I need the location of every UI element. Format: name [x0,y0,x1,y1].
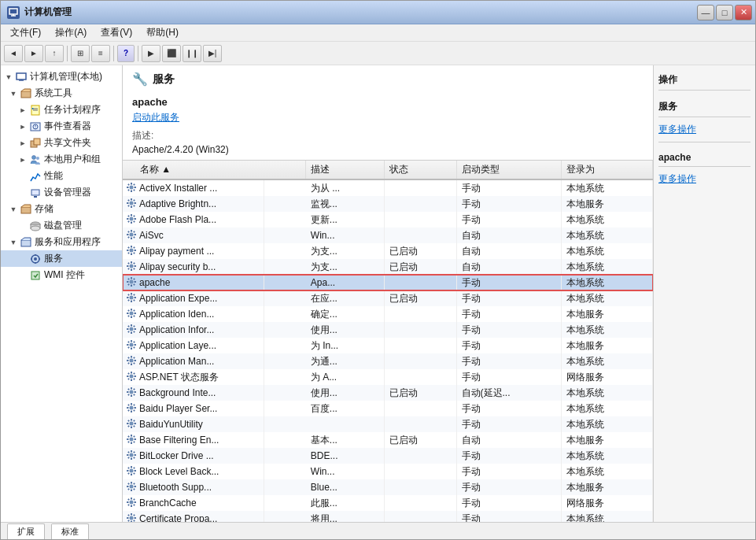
tree-item-storage[interactable]: ▼ 存储 [1,201,122,217]
tree-item-share[interactable]: ► 共享文件夹 [1,135,122,151]
cell-startup: 手动 [456,322,561,338]
toolbar-restart[interactable]: ▶| [203,45,222,62]
cell-logon: 本地系统 [561,212,652,227]
cell-logon: 本地系统 [561,322,652,338]
tree-item-service[interactable]: ► 服务 [1,250,122,267]
toolbar-stop[interactable]: ⬛ [162,45,181,62]
table-row[interactable]: Background Inte...使用...已启动自动(延迟...本地系统 [123,385,653,401]
svg-rect-90 [127,281,129,283]
main-window: 计算机管理 — □ ✕ 文件(F) 操作(A) 查看(V) 帮助(H) ◄ ► … [0,0,756,540]
table-row[interactable]: ActiveX Installer ...为从 ...手动本地系统 [123,179,653,196]
svg-rect-61 [131,230,132,232]
toolbar-properties[interactable]: ≡ [91,45,110,62]
toolbar-up[interactable]: ↑ [45,45,64,62]
col-name[interactable]: 名称 ▲ [123,161,306,179]
table-row[interactable]: Block Level Back...Win...手动本地系统 [123,464,653,479]
table-row[interactable]: ASP.NET 状态服务为 A...手动网络服务 [123,369,653,385]
table-row[interactable]: Adaptive Brightn...监视...手动本地服务 [123,196,653,212]
cell-logon: 本地服务 [561,432,652,448]
tree-item-event[interactable]: ► 事件查看器 [1,118,122,135]
svg-rect-133 [131,356,132,358]
action-more-ops-2[interactable]: 更多操作 [658,170,750,188]
toolbar-show-hide[interactable]: ⊞ [71,45,90,62]
cell-name: BranchCache [123,495,264,511]
menu-file[interactable]: 文件(F) [4,24,47,41]
maximize-button[interactable]: □ [716,5,733,20]
start-service-link[interactable]: 启动此服务 [132,112,179,123]
svg-rect-94 [133,278,135,280]
table-row[interactable]: Application Man...为通...手动本地系统 [123,353,653,369]
svg-rect-142 [131,372,132,374]
tree-label-task: 任务计划程序 [44,103,101,117]
tree-item-wmi[interactable]: ► WMI 控件 [1,267,122,283]
tree-item-root[interactable]: ▼ 计算机管理(本地) [1,68,122,85]
svg-rect-226 [135,517,137,519]
svg-rect-127 [135,344,137,346]
table-row[interactable]: BaiduYunUtility手动本地系统 [123,416,653,432]
table-row[interactable]: Bluetooth Supp...Blue...手动本地服务 [123,479,653,495]
svg-rect-124 [131,340,132,342]
tree-item-svcapp[interactable]: ▼ 服务和应用程序 [1,234,122,250]
menu-action[interactable]: 操作(A) [49,24,93,41]
svg-rect-180 [127,438,129,440]
svg-rect-48 [133,205,135,207]
toolbar: ◄ ► ↑ ⊞ ≡ ? ▶ ⬛ ❙❙ ▶| [1,42,755,65]
table-row[interactable]: Adobe Flash Pla...更新...手动本地系统 [123,212,653,227]
toolbar-forward[interactable]: ► [24,45,43,62]
table-row[interactable]: Certificate Propa...将用...手动本地系统 [123,511,653,522]
cell-name-text: AiSvc [139,230,164,241]
table-row[interactable]: Alipay payment ...为支...已启动自动本地系统 [123,243,653,259]
col-desc[interactable]: 描述 [306,161,385,179]
close-button[interactable]: ✕ [735,5,752,20]
svg-point-10 [32,108,34,109]
menu-view[interactable]: 查看(V) [94,24,138,41]
table-row[interactable]: Application Expe...在应...已启动手动本地系统 [123,290,653,306]
service-row-icon [126,497,137,510]
table-row[interactable]: Base Filtering En...基本...已启动自动本地服务 [123,432,653,448]
table-row[interactable]: Application Infor...使用...手动本地系统 [123,322,653,338]
table-row[interactable]: Application Iden...确定...手动本地服务 [123,306,653,322]
table-row[interactable]: Alipay security b...为支...已启动自动本地系统 [123,259,653,275]
action-more-ops-1[interactable]: 更多操作 [658,120,750,139]
table-row[interactable]: Baidu Player Ser...百度...手动本地系统 [123,401,653,416]
tree-item-systools[interactable]: ▼ 系统工具 [1,85,122,102]
wmi-icon [29,269,42,282]
cell-startup: 手动 [456,464,561,479]
table-row[interactable]: BitLocker Drive ...BDE...手动本地系统 [123,448,653,464]
col-logon[interactable]: 登录为 [561,161,652,179]
cell-status [385,401,456,416]
tree-item-disk[interactable]: ► 磁盘管理 [1,217,122,234]
svg-point-18 [36,157,39,160]
table-row[interactable]: apacheApa...手动本地系统 [123,275,653,290]
tree-label-wmi: WMI 控件 [44,268,85,282]
menu-help[interactable]: 帮助(H) [140,24,185,41]
svg-rect-216 [127,501,129,503]
svg-rect-88 [131,277,132,279]
tree-item-users[interactable]: ► 本地用户和组 [1,151,122,168]
panel-title: 服务 [153,72,175,87]
cell-status [385,448,456,464]
tab-standard[interactable]: 标准 [51,523,89,539]
col-status[interactable]: 状态 [385,161,456,179]
tree-item-task[interactable]: ► 任务计划程序 [1,102,122,118]
expand-icon-task: ► [18,105,28,115]
cell-status [385,196,456,212]
minimize-button[interactable]: — [697,5,714,20]
table-row[interactable]: BranchCache此服...手动网络服务 [123,495,653,511]
cell-name: Alipay payment ... [123,243,264,259]
tab-extend[interactable]: 扩展 [7,523,45,539]
service-row-icon [126,418,137,431]
tree-item-perf[interactable]: ► 性能 [1,168,122,184]
col-startup[interactable]: 启动类型 [456,161,561,179]
svg-rect-207 [127,486,129,487]
tree-item-device[interactable]: ► 设备管理器 [1,184,122,201]
svg-rect-109 [135,313,137,314]
table-row[interactable]: Application Laye...为 In...手动本地服务 [123,338,653,353]
toolbar-help[interactable]: ? [117,45,135,62]
table-row[interactable]: AiSvcWin...自动本地系统 [123,227,653,243]
table-header: 名称 ▲ 描述 状态 启动类型 [123,161,653,179]
toolbar-back[interactable]: ◄ [4,45,23,62]
services-table-container[interactable]: 名称 ▲ 描述 状态 启动类型 [123,160,653,522]
toolbar-pause[interactable]: ❙❙ [183,45,201,62]
toolbar-play[interactable]: ▶ [142,45,160,62]
